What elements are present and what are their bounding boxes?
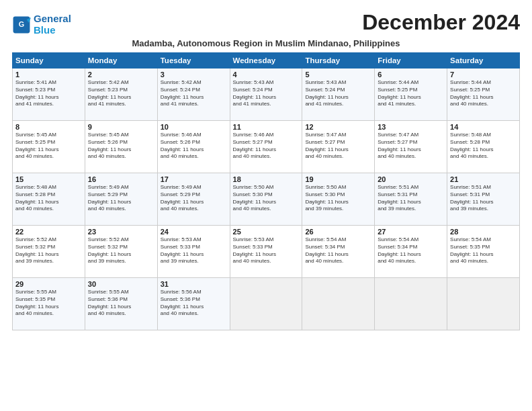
cell-info: Sunrise: 5:51 AM Sunset: 5:31 PM Dayligh… [450,184,517,213]
calendar-cell: 18 Sunrise: 5:50 AM Sunset: 5:30 PM Dayl… [230,173,302,226]
cell-info: Sunrise: 5:53 AM Sunset: 5:33 PM Dayligh… [161,236,227,265]
calendar-cell: 7 Sunrise: 5:44 AM Sunset: 5:25 PM Dayli… [447,68,520,121]
calendar-cell: 28 Sunrise: 5:54 AM Sunset: 5:35 PM Dayl… [447,226,520,278]
calendar-cell [230,278,302,330]
cell-info: Sunrise: 5:56 AM Sunset: 5:36 PM Dayligh… [161,289,227,318]
calendar-cell: 31 Sunrise: 5:56 AM Sunset: 5:36 PM Dayl… [157,278,230,330]
logo-icon: G [12,15,31,34]
title-block: December 2024 [362,11,520,34]
cell-info: Sunrise: 5:55 AM Sunset: 5:36 PM Dayligh… [88,289,154,318]
cell-info: Sunrise: 5:50 AM Sunset: 5:30 PM Dayligh… [305,184,371,213]
cell-info: Sunrise: 5:51 AM Sunset: 5:31 PM Dayligh… [378,184,444,213]
day-number: 5 [305,71,371,79]
cell-info: Sunrise: 5:48 AM Sunset: 5:28 PM Dayligh… [15,184,82,213]
calendar-cell: 10 Sunrise: 5:46 AM Sunset: 5:26 PM Dayl… [157,121,230,173]
cell-info: Sunrise: 5:52 AM Sunset: 5:32 PM Dayligh… [15,236,82,265]
day-number: 6 [378,71,444,79]
day-number: 20 [378,175,444,183]
calendar-body: 1 Sunrise: 5:41 AM Sunset: 5:23 PM Dayli… [13,68,520,330]
day-number: 7 [450,71,517,79]
cell-info: Sunrise: 5:55 AM Sunset: 5:35 PM Dayligh… [15,289,82,318]
calendar-cell: 25 Sunrise: 5:53 AM Sunset: 5:33 PM Dayl… [230,226,302,278]
calendar-header: Sunday Monday Tuesday Wednesday Thursday… [13,53,520,68]
cell-info: Sunrise: 5:53 AM Sunset: 5:33 PM Dayligh… [233,236,300,265]
location-subtitle: Madamba, Autonomous Region in Muslim Min… [12,38,520,48]
cell-info: Sunrise: 5:47 AM Sunset: 5:27 PM Dayligh… [378,132,444,161]
week-row-4: 22 Sunrise: 5:52 AM Sunset: 5:32 PM Dayl… [13,226,520,278]
day-number: 11 [233,123,300,131]
day-number: 15 [15,175,82,183]
day-number: 30 [88,280,154,288]
week-row-5: 29 Sunrise: 5:55 AM Sunset: 5:35 PM Dayl… [13,278,520,330]
day-number: 8 [15,123,82,131]
calendar-cell: 21 Sunrise: 5:51 AM Sunset: 5:31 PM Dayl… [447,173,520,226]
calendar-cell [375,278,447,330]
day-number: 2 [88,71,154,79]
cell-info: Sunrise: 5:41 AM Sunset: 5:23 PM Dayligh… [15,79,82,108]
calendar-cell: 27 Sunrise: 5:54 AM Sunset: 5:34 PM Dayl… [375,226,447,278]
cell-info: Sunrise: 5:54 AM Sunset: 5:34 PM Dayligh… [378,236,444,265]
day-number: 26 [305,228,371,236]
day-number: 3 [161,71,227,79]
calendar-cell: 8 Sunrise: 5:45 AM Sunset: 5:25 PM Dayli… [13,121,85,173]
day-number: 22 [15,228,82,236]
col-saturday: Saturday [447,53,520,68]
month-year-title: December 2024 [362,11,520,34]
cell-info: Sunrise: 5:54 AM Sunset: 5:35 PM Dayligh… [450,236,517,265]
cell-info: Sunrise: 5:49 AM Sunset: 5:29 PM Dayligh… [161,184,227,213]
calendar-cell [302,278,375,330]
day-number: 17 [161,175,227,183]
cell-info: Sunrise: 5:43 AM Sunset: 5:24 PM Dayligh… [233,79,300,108]
calendar-cell: 12 Sunrise: 5:47 AM Sunset: 5:27 PM Dayl… [302,121,375,173]
cell-info: Sunrise: 5:42 AM Sunset: 5:23 PM Dayligh… [88,79,154,108]
day-number: 1 [15,71,82,79]
cell-info: Sunrise: 5:46 AM Sunset: 5:26 PM Dayligh… [161,132,227,161]
day-number: 16 [88,175,154,183]
day-number: 12 [305,123,371,131]
cell-info: Sunrise: 5:44 AM Sunset: 5:25 PM Dayligh… [378,79,444,108]
calendar-cell: 6 Sunrise: 5:44 AM Sunset: 5:25 PM Dayli… [375,68,447,121]
day-number: 31 [161,280,227,288]
logo-text: General Blue [34,13,71,36]
calendar-cell: 3 Sunrise: 5:42 AM Sunset: 5:24 PM Dayli… [157,68,230,121]
calendar-cell: 15 Sunrise: 5:48 AM Sunset: 5:28 PM Dayl… [13,173,85,226]
day-number: 27 [378,228,444,236]
day-number: 24 [161,228,227,236]
calendar-cell: 1 Sunrise: 5:41 AM Sunset: 5:23 PM Dayli… [13,68,85,121]
logo: G General Blue [12,13,71,36]
calendar-cell: 17 Sunrise: 5:49 AM Sunset: 5:29 PM Dayl… [157,173,230,226]
calendar-cell: 2 Sunrise: 5:42 AM Sunset: 5:23 PM Dayli… [85,68,157,121]
svg-text:G: G [19,20,24,28]
day-number: 21 [450,175,517,183]
col-wednesday: Wednesday [230,53,302,68]
day-number: 9 [88,123,154,131]
cell-info: Sunrise: 5:47 AM Sunset: 5:27 PM Dayligh… [305,132,371,161]
col-sunday: Sunday [13,53,85,68]
cell-info: Sunrise: 5:48 AM Sunset: 5:28 PM Dayligh… [450,132,517,161]
calendar-cell: 13 Sunrise: 5:47 AM Sunset: 5:27 PM Dayl… [375,121,447,173]
calendar-cell: 14 Sunrise: 5:48 AM Sunset: 5:28 PM Dayl… [447,121,520,173]
day-number: 29 [15,280,82,288]
calendar-table: Sunday Monday Tuesday Wednesday Thursday… [12,52,520,330]
col-monday: Monday [85,53,157,68]
calendar-cell: 11 Sunrise: 5:46 AM Sunset: 5:27 PM Dayl… [230,121,302,173]
calendar-cell: 20 Sunrise: 5:51 AM Sunset: 5:31 PM Dayl… [375,173,447,226]
calendar-cell: 23 Sunrise: 5:52 AM Sunset: 5:32 PM Dayl… [85,226,157,278]
cell-info: Sunrise: 5:46 AM Sunset: 5:27 PM Dayligh… [233,132,300,161]
day-number: 13 [378,123,444,131]
cell-info: Sunrise: 5:45 AM Sunset: 5:25 PM Dayligh… [15,132,82,161]
day-number: 28 [450,228,517,236]
col-tuesday: Tuesday [157,53,230,68]
day-number: 25 [233,228,300,236]
col-friday: Friday [375,53,447,68]
cell-info: Sunrise: 5:43 AM Sunset: 5:24 PM Dayligh… [305,79,371,108]
col-thursday: Thursday [302,53,375,68]
day-number: 4 [233,71,300,79]
calendar-cell: 5 Sunrise: 5:43 AM Sunset: 5:24 PM Dayli… [302,68,375,121]
cell-info: Sunrise: 5:44 AM Sunset: 5:25 PM Dayligh… [450,79,517,108]
calendar-cell: 24 Sunrise: 5:53 AM Sunset: 5:33 PM Dayl… [157,226,230,278]
cell-info: Sunrise: 5:42 AM Sunset: 5:24 PM Dayligh… [161,79,227,108]
cell-info: Sunrise: 5:52 AM Sunset: 5:32 PM Dayligh… [88,236,154,265]
calendar-cell: 22 Sunrise: 5:52 AM Sunset: 5:32 PM Dayl… [13,226,85,278]
days-of-week-row: Sunday Monday Tuesday Wednesday Thursday… [13,53,520,68]
